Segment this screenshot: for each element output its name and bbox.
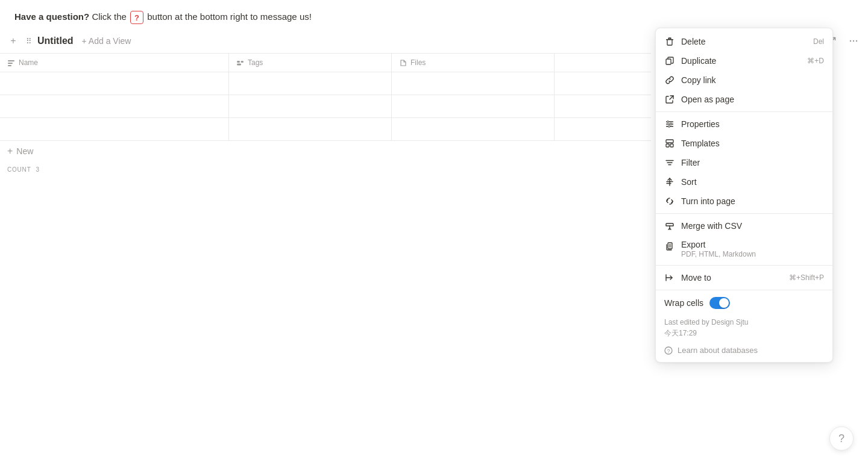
menu-item-templates[interactable]: Templates — [656, 134, 832, 153]
menu-item-delete[interactable]: Delete Del — [656, 32, 832, 51]
menu-item-properties[interactable]: Properties — [656, 114, 832, 134]
cell-name-3[interactable] — [0, 118, 229, 140]
svg-point-6 — [856, 40, 857, 42]
help-button[interactable]: ? — [829, 426, 854, 451]
menu-export-subtitle: PDF, HTML, Markdown — [681, 250, 756, 258]
count-label: COUNT — [7, 166, 31, 173]
svg-rect-25 — [670, 144, 673, 147]
column-name-label: Name — [19, 58, 38, 67]
svg-rect-24 — [666, 144, 669, 147]
menu-item-sort[interactable]: Sort — [656, 172, 832, 192]
menu-item-export[interactable]: Export PDF, HTML, Markdown — [656, 236, 832, 263]
menu-item-copy-link[interactable]: Copy link — [656, 70, 832, 90]
column-extra — [555, 54, 651, 72]
drag-handle-icon[interactable]: ⠿ — [23, 35, 35, 47]
cell-files-2[interactable] — [392, 95, 555, 117]
move-icon — [664, 272, 675, 283]
footer-note: Last edited by Design Sjtu今天17:29 — [656, 313, 832, 342]
menu-item-move-to[interactable]: Move to ⌘+Shift+P — [656, 268, 832, 287]
templates-icon — [664, 138, 675, 149]
menu-turn-into-page-label: Turn into page — [681, 196, 735, 206]
svg-point-4 — [850, 40, 851, 42]
database-table: Name Tags Files — [0, 53, 651, 178]
sort-icon — [664, 176, 675, 187]
svg-rect-18 — [666, 123, 673, 125]
cell-name-1[interactable] — [0, 72, 229, 95]
cell-name-2[interactable] — [0, 95, 229, 117]
svg-text:?: ? — [667, 348, 670, 354]
menu-divider-1 — [656, 111, 832, 112]
add-view-label: + Add a View — [82, 36, 131, 46]
svg-point-22 — [668, 125, 670, 127]
menu-move-to-shortcut: ⌘+Shift+P — [789, 273, 824, 282]
cell-files-3[interactable] — [392, 118, 555, 140]
question-badge: ? — [130, 11, 143, 24]
cell-extra-2 — [555, 95, 651, 117]
table-row[interactable] — [0, 118, 651, 141]
cell-tags-1[interactable] — [229, 72, 392, 95]
menu-item-filter[interactable]: Filter — [656, 153, 832, 172]
menu-divider-3 — [656, 265, 832, 266]
table-row[interactable] — [0, 95, 651, 118]
files-type-icon — [399, 59, 407, 67]
svg-rect-12 — [237, 63, 241, 65]
text-type-icon — [7, 59, 15, 67]
menu-duplicate-shortcut: ⌘+D — [807, 57, 824, 65]
svg-rect-9 — [8, 65, 11, 66]
column-tags[interactable]: Tags — [229, 54, 392, 72]
svg-rect-7 — [8, 60, 14, 61]
toggle-knob — [719, 298, 729, 308]
menu-properties-label: Properties — [681, 119, 720, 129]
new-row-plus-icon: + — [7, 146, 13, 157]
properties-icon — [664, 119, 675, 130]
wrap-cells-label: Wrap cells — [664, 298, 703, 308]
export-text-wrap: Export PDF, HTML, Markdown — [681, 240, 756, 258]
context-menu: Delete Del Duplicate ⌘+D Copy link — [655, 28, 833, 363]
column-name[interactable]: Name — [0, 54, 229, 72]
filter-icon — [664, 157, 675, 168]
new-row-label: New — [16, 146, 33, 156]
cell-tags-3[interactable] — [229, 118, 392, 140]
menu-filter-label: Filter — [681, 158, 700, 167]
add-view-button[interactable]: + Add a View — [78, 35, 135, 47]
menu-delete-shortcut: Del — [813, 37, 824, 46]
count-value: 3 — [36, 166, 40, 173]
svg-line-16 — [670, 96, 673, 99]
menu-item-merge-csv[interactable]: Merge with CSV — [656, 216, 832, 236]
hint-bar: Have a question? Click the ? button at t… — [0, 0, 868, 29]
menu-item-turn-into-page[interactable]: Turn into page — [656, 192, 832, 211]
table-header: Name Tags Files — [0, 54, 651, 72]
more-options-icon[interactable] — [845, 33, 862, 49]
column-files[interactable]: Files — [392, 54, 555, 72]
svg-point-5 — [853, 40, 854, 42]
hint-prefix: Have a question? — [14, 11, 89, 22]
svg-point-20 — [667, 121, 669, 123]
count-row: COUNT 3 — [0, 161, 651, 178]
menu-open-as-page-label: Open as page — [681, 95, 734, 104]
cell-tags-2[interactable] — [229, 95, 392, 117]
menu-divider-4 — [656, 290, 832, 290]
menu-templates-label: Templates — [681, 139, 720, 148]
column-files-label: Files — [410, 58, 426, 67]
link-icon — [664, 75, 675, 86]
learn-about-databases-button[interactable]: ? Learn about databases — [656, 342, 832, 358]
menu-item-duplicate[interactable]: Duplicate ⌘+D — [656, 51, 832, 70]
hint-middle: Click the — [92, 11, 129, 22]
menu-export-label: Export — [681, 240, 756, 249]
menu-duplicate-label: Duplicate — [681, 56, 716, 66]
duplicate-icon — [664, 55, 675, 66]
new-row-button[interactable]: + New — [0, 141, 651, 161]
menu-copy-link-label: Copy link — [681, 75, 716, 85]
table-row[interactable] — [0, 72, 651, 95]
cell-files-1[interactable] — [392, 72, 555, 95]
wrap-cells-toggle[interactable] — [709, 297, 730, 309]
database-title[interactable]: Untitled — [37, 36, 74, 46]
add-block-icon[interactable]: + — [6, 34, 20, 48]
menu-item-open-as-page[interactable]: Open as page — [656, 90, 832, 109]
learn-icon: ? — [664, 346, 673, 355]
hint-suffix: button at the bottom right to message us… — [147, 11, 312, 22]
svg-rect-11 — [241, 61, 244, 63]
svg-rect-15 — [666, 59, 671, 64]
cell-extra-3 — [555, 118, 651, 140]
cell-extra-1 — [555, 72, 651, 95]
